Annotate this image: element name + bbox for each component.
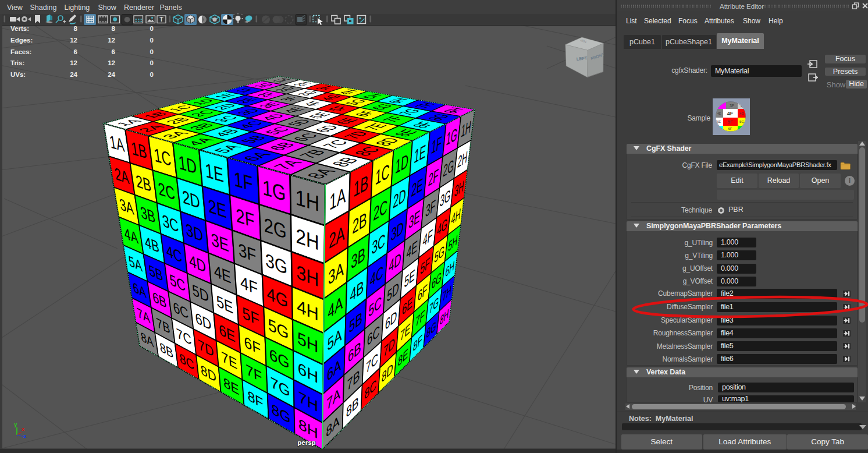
svg-text:z: z	[23, 434, 26, 440]
svg-text:0: 0	[150, 37, 154, 44]
svg-text:Tris:: Tris:	[10, 59, 24, 66]
svg-text:persp: persp	[297, 439, 315, 446]
svg-text:0: 0	[150, 71, 154, 78]
svg-text:Verts:: Verts:	[10, 25, 29, 32]
svg-text:Panels: Panels	[160, 3, 182, 12]
svg-text:0: 0	[150, 48, 154, 55]
svg-text:5E: 5E	[717, 120, 721, 123]
svg-text:6: 6	[112, 48, 115, 55]
svg-text:8: 8	[112, 25, 116, 32]
svg-text:View: View	[7, 3, 23, 12]
svg-text:Renderer: Renderer	[124, 3, 154, 12]
svg-text:4F: 4F	[727, 111, 734, 116]
svg-text:Faces:: Faces:	[10, 48, 31, 55]
svg-text:LEFT: LEFT	[576, 55, 588, 62]
svg-text:Edges:: Edges:	[10, 37, 33, 44]
svg-text:24: 24	[70, 71, 77, 78]
svg-text:UVs:: UVs:	[10, 71, 26, 78]
svg-text:6F: 6F	[728, 127, 732, 130]
svg-text:0: 0	[150, 25, 154, 32]
svg-text:12: 12	[108, 37, 115, 44]
svg-text:12: 12	[70, 59, 77, 66]
svg-text:0: 0	[150, 59, 154, 66]
svg-text:Lighting: Lighting	[65, 3, 90, 12]
svg-text:4G: 4G	[739, 112, 744, 115]
svg-text:Show: Show	[98, 3, 117, 12]
svg-text:5G: 5G	[739, 120, 744, 123]
svg-text:x: x	[22, 427, 25, 433]
svg-text:6: 6	[74, 48, 77, 55]
svg-text:T: T	[159, 16, 163, 23]
svg-text:24: 24	[108, 71, 115, 78]
svg-text:Shading: Shading	[30, 3, 57, 12]
svg-text:y: y	[14, 422, 17, 428]
svg-text:4E: 4E	[717, 112, 721, 115]
svg-text:12: 12	[70, 37, 77, 44]
svg-text:3F: 3F	[730, 104, 734, 108]
svg-text:12: 12	[108, 59, 115, 66]
svg-text:8: 8	[74, 25, 78, 32]
svg-text:5F: 5F	[727, 119, 732, 125]
